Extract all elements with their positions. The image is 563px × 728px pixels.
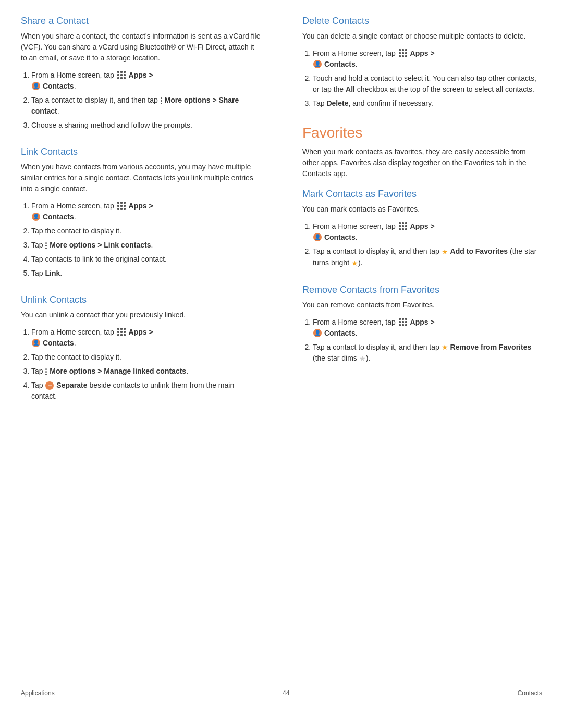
list-item: Choose a sharing method and follow the p… xyxy=(31,120,261,131)
mark-favorites-title: Mark Contacts as Favorites xyxy=(302,189,542,200)
link-contacts-title: Link Contacts xyxy=(21,146,261,157)
remove-favorites-title: Remove Contacts from Favorites xyxy=(302,285,542,295)
page: Share a Contact When you share a contact… xyxy=(0,0,563,728)
mark-favorites-section: Mark Contacts as Favorites You can mark … xyxy=(302,189,542,269)
remove-favorites-intro: You can remove contacts from Favorites. xyxy=(302,300,542,311)
list-item: Tap a contact to display it, and then ta… xyxy=(313,246,542,269)
link-contacts-intro: When you have contacts from various acco… xyxy=(21,162,261,194)
list-item: Tap the contact to display it. xyxy=(31,226,261,237)
contacts-icon: 👤 xyxy=(32,82,40,90)
list-item: Tap − Separate beside contacts to unlink… xyxy=(31,380,261,402)
list-item: Tap Delete, and confirm if necessary. xyxy=(313,98,542,109)
star-dim-icon: ★ xyxy=(359,353,366,364)
list-item: Tap More options > Manage linked contact… xyxy=(31,366,261,377)
contacts-icon: 👤 xyxy=(313,233,322,241)
delete-contacts-title: Delete Contacts xyxy=(302,16,542,27)
more-options-icon xyxy=(45,368,47,375)
share-contact-title: Share a Contact xyxy=(21,16,261,27)
list-item: Tap contacts to link to the original con… xyxy=(31,254,261,265)
more-options-icon xyxy=(45,242,47,249)
list-item: Tap a contact to display it, and then ta… xyxy=(313,342,542,365)
contacts-icon: 👤 xyxy=(313,329,322,337)
apps-icon xyxy=(399,49,407,57)
list-item: From a Home screen, tap Apps > 👤 Contact… xyxy=(313,221,542,243)
apps-icon xyxy=(399,318,407,326)
unlink-contacts-section: Unlink Contacts You can unlink a contact… xyxy=(21,294,261,402)
share-contact-section: Share a Contact When you share a contact… xyxy=(21,16,261,131)
share-contact-intro: When you share a contact, the contact's … xyxy=(21,31,261,64)
list-item: Tap Link. xyxy=(31,268,261,279)
footer-left: Applications xyxy=(21,689,55,697)
unlink-contacts-steps: From a Home screen, tap Apps > 👤 Contact… xyxy=(31,327,261,402)
list-item: Touch and hold a contact to select it. Y… xyxy=(313,73,542,95)
unlink-contacts-title: Unlink Contacts xyxy=(21,294,261,305)
apps-icon xyxy=(117,71,126,79)
remove-favorites-section: Remove Contacts from Favorites You can r… xyxy=(302,285,542,365)
footer-page-number: 44 xyxy=(283,689,289,697)
page-footer: Applications 44 Contacts xyxy=(21,685,542,697)
star-bright-icon: ★ xyxy=(442,342,448,353)
star-bright-icon: ★ xyxy=(442,246,448,257)
more-options-icon xyxy=(161,97,162,104)
list-item: From a Home screen, tap Apps > 👤 Contact… xyxy=(313,48,542,70)
apps-icon xyxy=(117,202,126,210)
contacts-icon: 👤 xyxy=(32,213,40,221)
remove-favorites-steps: From a Home screen, tap Apps > 👤 Contact… xyxy=(313,317,542,365)
delete-contacts-section: Delete Contacts You can delete a single … xyxy=(302,16,542,109)
favorites-title: Favorites xyxy=(302,125,542,141)
star-bright-icon: ★ xyxy=(351,258,358,269)
list-item: From a Home screen, tap Apps > 👤 Contact… xyxy=(31,327,261,349)
mark-favorites-intro: You can mark contacts as Favorites. xyxy=(302,204,542,215)
contacts-icon: 👤 xyxy=(32,339,40,347)
delete-contacts-steps: From a Home screen, tap Apps > 👤 Contact… xyxy=(313,48,542,109)
list-item: Tap the contact to display it. xyxy=(31,352,261,363)
unlink-contacts-intro: You can unlink a contact that you previo… xyxy=(21,310,261,320)
favorites-intro: When you mark contacts as favorites, the… xyxy=(302,146,542,179)
share-contact-steps: From a Home screen, tap Apps > 👤 Contact… xyxy=(31,70,261,131)
list-item: Tap a contact to display it, and then ta… xyxy=(31,95,261,117)
minus-icon: − xyxy=(45,381,54,390)
left-column: Share a Contact When you share a contact… xyxy=(21,16,271,685)
list-item: From a Home screen, tap Apps > 👤 Contact… xyxy=(313,317,542,339)
favorites-section: Favorites When you mark contacts as favo… xyxy=(302,125,542,364)
list-item: Tap More options > Link contacts. xyxy=(31,240,261,251)
right-column: Delete Contacts You can delete a single … xyxy=(292,16,542,685)
apps-icon xyxy=(117,328,126,336)
link-contacts-steps: From a Home screen, tap Apps > 👤 Contact… xyxy=(31,201,261,279)
mark-favorites-steps: From a Home screen, tap Apps > 👤 Contact… xyxy=(313,221,542,269)
list-item: From a Home screen, tap Apps > 👤 Contact… xyxy=(31,70,261,92)
contacts-icon: 👤 xyxy=(313,60,322,68)
footer-right: Contacts xyxy=(518,689,542,697)
apps-icon xyxy=(399,222,407,230)
link-contacts-section: Link Contacts When you have contacts fro… xyxy=(21,146,261,279)
list-item: From a Home screen, tap Apps > 👤 Contact… xyxy=(31,201,261,223)
delete-contacts-intro: You can delete a single contact or choos… xyxy=(302,31,542,42)
